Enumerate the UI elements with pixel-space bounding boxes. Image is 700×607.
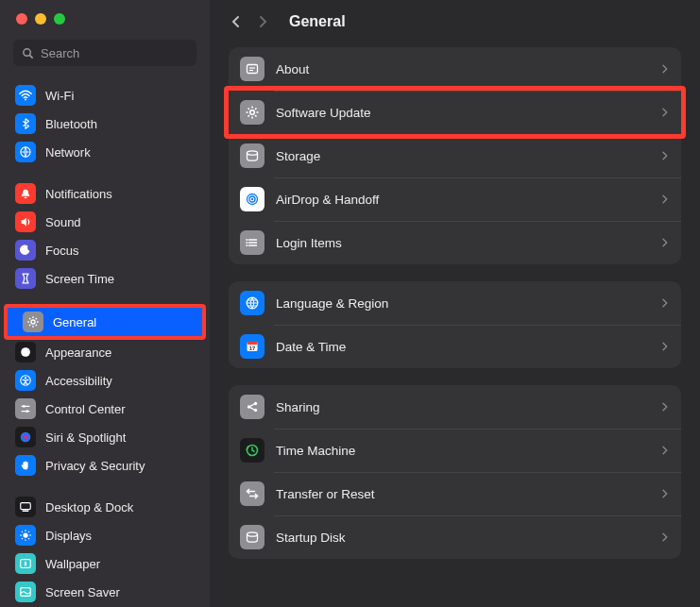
settings-row-about[interactable]: About [229, 47, 681, 91]
back-button[interactable] [229, 14, 246, 29]
sidebar-item-label: Screen Saver [45, 585, 120, 599]
settings-row-label: Transfer or Reset [276, 487, 660, 501]
settings-row-label: Sharing [276, 400, 660, 414]
sidebar-item-appearance[interactable]: Appearance [0, 338, 210, 366]
settings-row-transfer-or-reset[interactable]: Transfer or Reset [229, 472, 681, 515]
sidebar-item-desktop-dock[interactable]: Desktop & Dock [0, 493, 210, 521]
page-title: General [289, 13, 346, 30]
close-window[interactable] [16, 13, 27, 25]
settings-row-storage[interactable]: Storage [229, 134, 681, 177]
wallpaper-icon [15, 553, 36, 574]
settings-row-startup-disk[interactable]: Startup Disk [229, 515, 681, 559]
sidebar-item-label: General [53, 315, 96, 329]
sidebar-item-label: Network [45, 145, 91, 160]
sidebar-item-privacy-security[interactable]: Privacy & Security [0, 451, 210, 480]
sidebar-item-screen-saver[interactable]: Screen Saver [0, 578, 210, 606]
sidebar-item-sound[interactable]: Sound [0, 208, 210, 236]
appearance-icon [15, 342, 36, 363]
settings-row-label: Time Machine [276, 444, 660, 458]
sidebar-item-network[interactable]: Network [0, 138, 210, 166]
dock-icon [15, 497, 36, 517]
settings-group: AboutSoftware UpdateStorageAirDrop & Han… [229, 47, 681, 264]
sidebar-item-label: Screen Time [45, 272, 114, 286]
arrows-icon [240, 481, 265, 506]
search-input[interactable] [41, 46, 189, 60]
settings-row-label: AirDrop & Handoff [276, 193, 660, 207]
settings-row-date-time[interactable]: Date & Time [229, 325, 681, 368]
wifi-icon [15, 85, 36, 106]
disk-icon [240, 525, 265, 549]
hand-icon [15, 455, 36, 476]
sidebar-item-label: Privacy & Security [45, 459, 145, 473]
siri-icon [15, 427, 36, 447]
calendar-icon [240, 334, 265, 359]
forward-button[interactable] [255, 14, 272, 29]
sidebar-item-wallpaper[interactable]: Wallpaper [0, 549, 210, 578]
sidebar-item-control-center[interactable]: Control Center [0, 395, 210, 423]
settings-group: SharingTime MachineTransfer or ResetStar… [229, 385, 681, 559]
sidebar-item-focus[interactable]: Focus [0, 236, 210, 264]
sidebar-item-label: Siri & Spotlight [45, 430, 126, 445]
chevron-right-icon [660, 149, 670, 162]
gear-icon [23, 312, 43, 332]
chevron-right-icon [660, 400, 670, 413]
sidebar-item-label: Appearance [45, 346, 111, 360]
settings-row-sharing[interactable]: Sharing [229, 385, 681, 429]
settings-row-label: Date & Time [276, 340, 660, 354]
sidebar-item-displays[interactable]: Displays [0, 521, 210, 549]
sidebar-item-screen-time[interactable]: Screen Time [0, 264, 210, 293]
chevron-right-icon [660, 444, 670, 457]
share-icon [240, 395, 265, 419]
sidebar: Wi-FiBluetoothNetworkNotificationsSoundF… [0, 0, 210, 607]
airdrop-icon [240, 187, 265, 211]
settings-row-time-machine[interactable]: Time Machine [229, 429, 681, 472]
settings-row-login-items[interactable]: Login Items [229, 221, 681, 264]
sidebar-item-label: Desktop & Dock [45, 500, 133, 514]
sidebar-item-siri-spotlight[interactable]: Siri & Spotlight [0, 423, 210, 451]
sidebar-item-label: Wallpaper [45, 557, 100, 571]
network-icon [15, 142, 36, 162]
settings-row-label: Login Items [276, 236, 660, 250]
sidebar-item-general[interactable]: General [8, 308, 202, 336]
chevron-right-icon [660, 487, 670, 500]
sidebar-item-label: Notifications [45, 187, 112, 201]
sidebar-item-bluetooth[interactable]: Bluetooth [0, 110, 210, 138]
main-content: General AboutSoftware UpdateStorageAirDr… [210, 0, 700, 607]
sidebar-item-wi-fi[interactable]: Wi-Fi [0, 81, 210, 110]
settings-row-label: Software Update [276, 106, 660, 120]
settings-row-software-update[interactable]: Software Update [224, 86, 686, 139]
focus-icon [15, 240, 36, 261]
search-field[interactable] [13, 40, 196, 66]
zoom-window[interactable] [54, 13, 65, 25]
settings-row-label: About [276, 62, 660, 76]
accessibility-icon [15, 370, 36, 391]
screensaver-icon [15, 582, 36, 602]
gear-icon [240, 100, 265, 125]
sidebar-item-label: Sound [45, 215, 81, 229]
sidebar-item-accessibility[interactable]: Accessibility [0, 366, 210, 395]
settings-row-airdrop-handoff[interactable]: AirDrop & Handoff [229, 177, 681, 221]
search-icon [21, 46, 35, 60]
sidebar-item-label: Wi-Fi [45, 89, 74, 103]
hourglass-icon [15, 268, 36, 289]
chevron-right-icon [660, 236, 670, 249]
sidebar-item-notifications[interactable]: Notifications [0, 179, 210, 208]
sidebar-item-label: Displays [45, 529, 92, 543]
displays-icon [15, 525, 36, 546]
settings-group: Language & RegionDate & Time [229, 281, 681, 368]
settings-row-label: Startup Disk [276, 531, 660, 545]
list-icon [240, 230, 265, 255]
bell-icon [15, 183, 36, 204]
minimize-window[interactable] [35, 13, 46, 25]
header: General [210, 0, 700, 38]
disk-icon [240, 143, 265, 168]
settings-row-language-region[interactable]: Language & Region [229, 281, 681, 325]
sidebar-item-label: Focus [45, 244, 78, 258]
sound-icon [15, 211, 36, 232]
chevron-right-icon [660, 340, 670, 353]
chevron-right-icon [660, 106, 670, 119]
settings-row-label: Storage [276, 149, 660, 163]
chevron-right-icon [660, 62, 670, 76]
clock-icon [240, 438, 265, 463]
sidebar-item-label: Accessibility [45, 374, 112, 388]
